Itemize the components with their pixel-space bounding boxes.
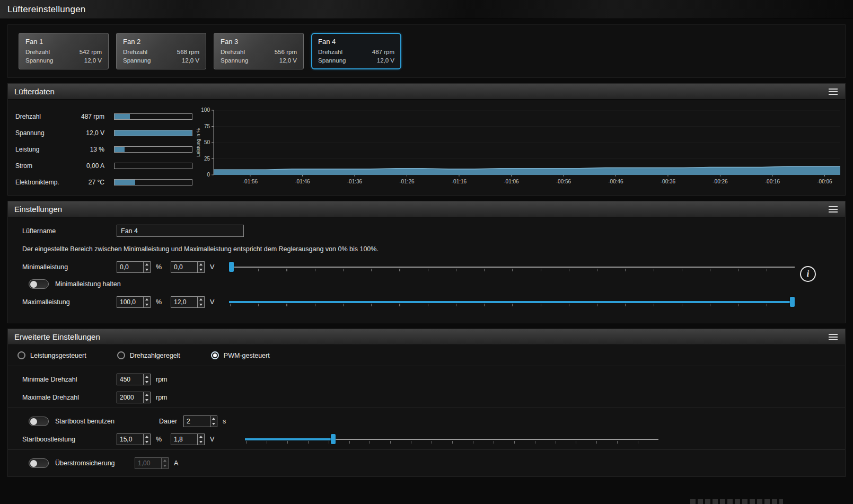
min-percent-input[interactable]: [117, 262, 143, 272]
max-rpm-input[interactable]: [117, 392, 143, 403]
hamburger-menu-icon[interactable]: [826, 86, 840, 98]
spin-down-button[interactable]: [144, 267, 150, 272]
spin-up-button[interactable]: [198, 297, 204, 302]
hamburger-menu-icon[interactable]: [826, 331, 840, 343]
slider-thumb[interactable]: [229, 262, 234, 272]
svg-text:50: 50: [204, 139, 210, 145]
dauer-input[interactable]: [184, 416, 210, 427]
min-volt-input[interactable]: [171, 262, 197, 272]
radio-drehzahlgeregelt[interactable]: Drehzahlgeregelt: [117, 351, 180, 359]
data-label: Spannung: [15, 129, 72, 137]
data-value: 27 °C: [72, 179, 104, 186]
spin-up-button[interactable]: [144, 297, 150, 302]
info-icon[interactable]: i: [800, 266, 816, 282]
radio-pwm-gesteuert[interactable]: PWM-gesteuert: [211, 351, 270, 359]
radio-leistungsgesteuert[interactable]: Leistungsgesteuert: [17, 351, 86, 359]
startboost-slider[interactable]: [245, 434, 658, 445]
svg-text:-01:46: -01:46: [295, 179, 310, 184]
section-title: Einstellungen: [14, 205, 62, 214]
fan-name-input[interactable]: [117, 225, 244, 237]
spin-down-button[interactable]: [144, 379, 150, 385]
svg-text:0: 0: [207, 172, 210, 178]
strom-bar: [114, 163, 192, 169]
radio-circle: [211, 351, 219, 359]
spin-down-button[interactable]: [198, 267, 204, 272]
range-description: Der eingestellte Bereich zwischen Minima…: [22, 245, 795, 253]
startboost-toggle-row: Startboost benutzen Dauer s: [29, 415, 838, 427]
section-erweiterte-einstellungen: Erweiterte Einstellungen Leistungsgesteu…: [7, 329, 846, 477]
fan-rpm-label: Drehzahl: [318, 48, 342, 56]
spin-down-button[interactable]: [144, 302, 150, 307]
title-bar: Lüftereinstellungen: [0, 0, 853, 19]
control-mode-radios: Leistungsgesteuert Drehzahlgeregelt PWM-…: [8, 345, 845, 366]
max-percent-input[interactable]: [117, 297, 143, 307]
spin-down-button[interactable]: [144, 397, 150, 403]
fan-rpm-value: 568 rpm: [177, 48, 199, 56]
volt-unit: V: [210, 263, 217, 271]
overcurrent-input[interactable]: [135, 458, 161, 468]
einstellungen-body: Lüftername Der eingestellte Bereich zwis…: [8, 217, 845, 323]
spin-down-button[interactable]: [162, 463, 168, 468]
fan-rpm-label: Drehzahl: [123, 48, 147, 56]
min-power-hold-row: Minimalleistung halten: [29, 279, 795, 289]
data-value: 487 rpm: [72, 113, 104, 120]
luefterdaten-body: Drehzahl 487 rpm Spannung 12,0 V Leistun…: [8, 100, 845, 195]
startboost-toggle[interactable]: [29, 417, 49, 426]
leistung-bar: [114, 146, 192, 153]
min-rpm-label: Minimale Drehzahl: [22, 376, 117, 383]
svg-text:-00:16: -00:16: [765, 179, 780, 184]
minimalleistung-halten-toggle[interactable]: [29, 279, 49, 289]
radio-circle: [117, 351, 125, 359]
slider-thumb[interactable]: [790, 297, 795, 307]
max-volt-spinner: [171, 296, 205, 308]
svg-text:-00:06: -00:06: [817, 179, 832, 184]
spin-up-button[interactable]: [144, 392, 150, 397]
fan-voltage-value: 12,0 V: [377, 56, 394, 65]
spin-up-button[interactable]: [144, 434, 150, 439]
spin-down-button[interactable]: [144, 439, 150, 445]
data-value: 13 %: [72, 146, 104, 153]
startboost-volt-input[interactable]: [171, 434, 197, 445]
startboost-toggle-label: Startboost benutzen: [55, 418, 117, 425]
min-rpm-input[interactable]: [117, 374, 143, 385]
radio-label: Leistungsgesteuert: [30, 352, 86, 359]
fan-card-4-selected[interactable]: Fan 4 Drehzahl487 rpm Spannung12,0 V: [311, 33, 401, 69]
data-row-spannung: Spannung 12,0 V: [15, 125, 192, 141]
spin-up-button[interactable]: [198, 434, 204, 439]
spin-up-button[interactable]: [210, 416, 217, 421]
fan-card-3[interactable]: Fan 3 Drehzahl556 rpm Spannung12,0 V: [214, 33, 304, 69]
fan-card-1[interactable]: Fan 1 Drehzahl542 rpm Spannung12,0 V: [19, 33, 109, 69]
spin-up-button[interactable]: [144, 374, 150, 379]
data-value: 0,00 A: [72, 162, 104, 170]
ueberstromsicherung-toggle[interactable]: [29, 458, 49, 468]
slider-thumb[interactable]: [331, 434, 336, 444]
leistung-history-chart: 0255075100-01:56-01:46-01:36-01:26-01:16…: [195, 107, 844, 193]
section-title: Lüfterdaten: [14, 87, 55, 96]
spannung-bar: [114, 130, 192, 136]
startboost-percent-input[interactable]: [117, 434, 143, 445]
svg-text:100: 100: [201, 107, 210, 113]
min-power-slider[interactable]: [229, 261, 795, 273]
max-rpm-row: Maximale Drehzahl rpm: [22, 392, 838, 403]
hamburger-menu-icon[interactable]: [826, 204, 840, 215]
spin-up-button[interactable]: [144, 262, 150, 267]
overcurrent-group: Überstromsicherung A: [8, 450, 845, 476]
fan-rpm-value: 487 rpm: [372, 48, 394, 56]
data-row-drehzahl: Drehzahl 487 rpm: [15, 108, 192, 125]
max-rpm-spinner: [117, 392, 151, 403]
fan-voltage-value: 12,0 V: [182, 56, 199, 65]
data-value: 12,0 V: [72, 129, 104, 137]
spin-up-button[interactable]: [162, 458, 168, 463]
startboost-volt-spinner: [171, 434, 205, 445]
max-volt-input[interactable]: [171, 297, 197, 307]
fan-card-title: Fan 2: [123, 38, 199, 46]
rpm-unit: rpm: [156, 394, 168, 401]
fan-rpm-label: Drehzahl: [221, 48, 245, 56]
fan-card-2[interactable]: Fan 2 Drehzahl568 rpm Spannung12,0 V: [116, 33, 206, 69]
spin-up-button[interactable]: [198, 262, 204, 267]
spin-down-button[interactable]: [210, 421, 217, 427]
max-power-slider[interactable]: [229, 296, 795, 308]
spin-down-button[interactable]: [198, 439, 204, 445]
spin-down-button[interactable]: [198, 302, 204, 307]
data-label: Leistung: [15, 146, 72, 153]
